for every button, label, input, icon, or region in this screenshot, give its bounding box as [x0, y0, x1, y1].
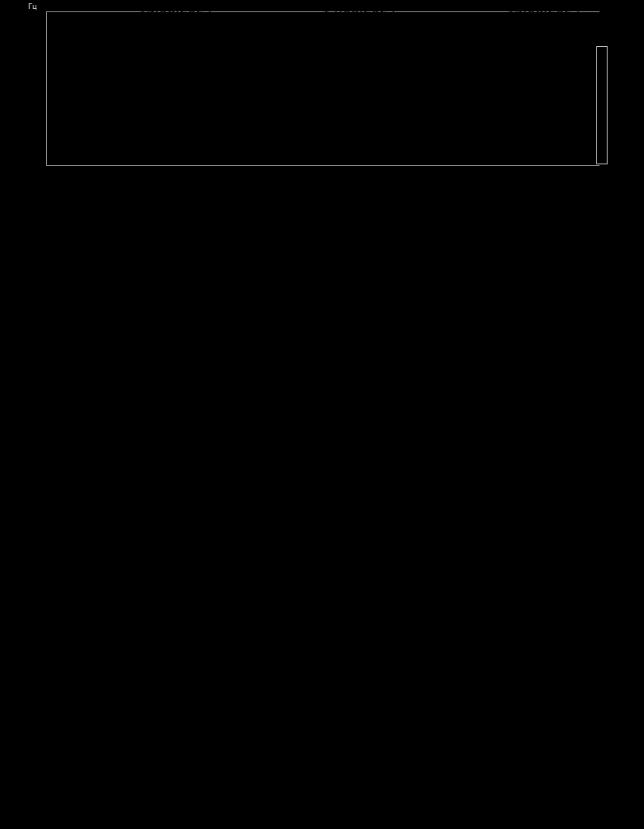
- quality-panel: [0, 398, 644, 612]
- sos-schumann-dashboard: Гц 13.08.202414.08.202415.08.2024: [0, 0, 644, 829]
- frequency-unit-label: Гц: [28, 3, 36, 11]
- date-label: 13.08.2024: [138, 1, 213, 16]
- amplitude-panel: [0, 185, 644, 398]
- frequency-panel: [0, 612, 644, 826]
- date-label: 15.08.2024: [506, 1, 581, 16]
- spectrogram-canvas: [47, 12, 562, 167]
- spectrogram-plot: [46, 11, 600, 166]
- colorbar: [596, 46, 608, 164]
- spectrogram-panel: Гц 13.08.202414.08.202415.08.2024: [0, 0, 644, 185]
- date-label: 14.08.2024: [322, 1, 396, 16]
